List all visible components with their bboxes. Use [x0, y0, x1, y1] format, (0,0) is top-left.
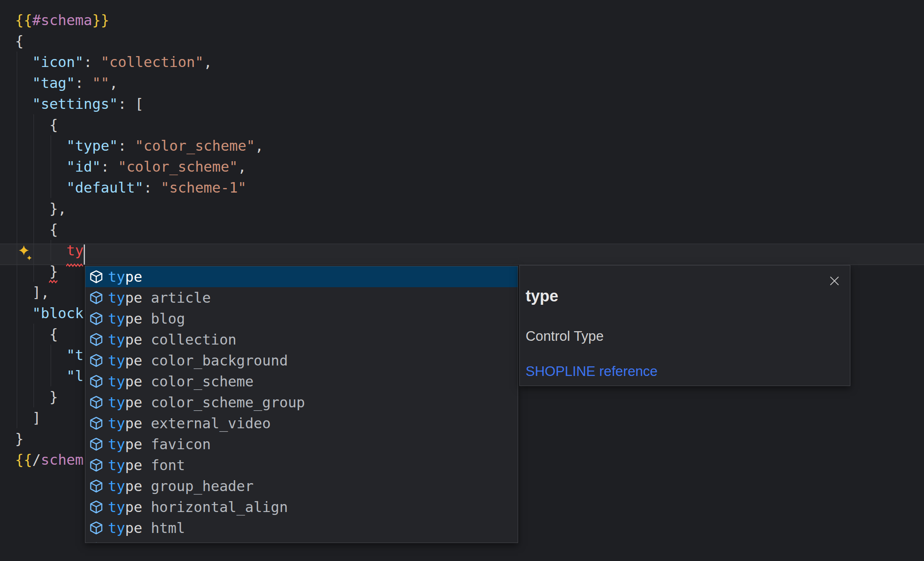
code-token: "collection" [101, 54, 204, 70]
code-line: { [15, 324, 58, 345]
suggestion-label: type image_picker [108, 538, 254, 543]
code-token: "id" [67, 158, 101, 175]
code-token: ty [67, 242, 84, 259]
details-title: type [526, 287, 558, 305]
close-icon[interactable] [829, 275, 840, 286]
code-token: ] [32, 409, 41, 426]
symbol-cube-icon [89, 332, 103, 347]
code-token: "settings" [32, 95, 118, 112]
code-line: "block [15, 303, 84, 324]
symbol-cube-icon [89, 416, 103, 430]
symbol-cube-icon [89, 542, 103, 543]
code-token: {{ [15, 451, 32, 468]
suggestion-label: type color_scheme [108, 371, 254, 392]
suggestion-item[interactable]: type color_scheme [85, 371, 518, 392]
symbol-cube-icon [89, 437, 103, 451]
code-token: "t [67, 347, 84, 363]
suggestion-label: type favicon [108, 434, 211, 455]
code-token: { [15, 33, 23, 49]
code-line: "default": "scheme-1" [15, 177, 246, 198]
code-line: ] [15, 407, 41, 428]
code-token: : [144, 179, 161, 196]
suggestion-label: type font [108, 455, 185, 476]
suggestion-item[interactable]: type image_picker [85, 538, 518, 543]
code-line: } [15, 428, 23, 449]
code-token: "color_scheme" [118, 158, 238, 175]
symbol-cube-icon [89, 311, 103, 326]
code-token: ], [32, 284, 49, 301]
code-line: "type": "color_scheme", [15, 135, 264, 156]
code-token: } [49, 389, 58, 405]
suggestion-item[interactable]: type article [85, 287, 518, 308]
code-token: , [238, 158, 246, 175]
code-token: "icon" [32, 54, 84, 70]
code-line: "id": "color_scheme", [15, 156, 246, 177]
code-token: : [ [118, 95, 144, 112]
suggestion-item[interactable]: type [85, 266, 518, 287]
editor-surface[interactable]: {{#schema}}{ "icon": "collection", "tag"… [0, 0, 924, 561]
code-line: }, [15, 198, 67, 219]
suggestion-label: type horizontal_align [108, 497, 288, 517]
ai-sparkle-icon[interactable] [18, 245, 33, 262]
suggestion-label: type external_video [108, 413, 271, 434]
suggestion-item[interactable]: type collection [85, 329, 518, 350]
code-token: , [109, 75, 118, 91]
suggest-details-panel: type Control Type SHOPLINE reference [519, 265, 850, 386]
suggestion-label: type color_background [108, 350, 288, 371]
code-token: { [49, 221, 58, 238]
details-description: Control Type [526, 328, 604, 344]
symbol-cube-icon [89, 353, 103, 368]
suggestion-item[interactable]: type color_scheme_group [85, 392, 518, 413]
symbol-cube-icon [89, 374, 103, 389]
symbol-cube-icon [89, 521, 103, 535]
code-token: , [255, 137, 263, 154]
suggestion-label: type article [108, 287, 211, 308]
symbol-cube-icon [89, 395, 103, 409]
suggestion-item[interactable]: type favicon [85, 434, 518, 455]
suggestion-label: type group_header [108, 476, 254, 497]
shopline-reference-link[interactable]: SHOPLINE reference [526, 363, 657, 379]
code-line: "icon": "collection", [15, 51, 212, 72]
code-line: "l [15, 365, 84, 386]
suggestion-label: type color_scheme_group [108, 392, 305, 413]
error-squiggle [66, 263, 85, 267]
suggestion-item[interactable]: type html [85, 517, 518, 538]
symbol-cube-icon [89, 291, 103, 305]
suggestion-item[interactable]: type color_background [85, 350, 518, 371]
code-token: / [32, 451, 41, 468]
code-token: : [75, 75, 92, 91]
code-token: "l [67, 368, 84, 384]
code-line: } [15, 261, 58, 282]
code-token: : [84, 54, 101, 70]
symbol-cube-icon [89, 500, 103, 514]
suggestion-item[interactable]: type font [85, 455, 518, 476]
code-line: "tag": "", [15, 72, 118, 93]
symbol-cube-icon [89, 479, 103, 493]
code-token: "tag" [32, 75, 75, 91]
code-token: { [49, 326, 58, 342]
code-token: }} [92, 12, 109, 28]
code-token: "scheme-1" [161, 179, 246, 196]
suggestion-item[interactable]: type horizontal_align [85, 497, 518, 517]
code-line: {{/schem [15, 449, 84, 470]
code-line: { [15, 219, 58, 240]
suggestion-item[interactable]: type external_video [85, 413, 518, 434]
code-token: "color_scheme" [135, 137, 255, 154]
code-token: , [203, 54, 212, 70]
suggestion-label: type [108, 266, 142, 287]
code-token: #schema [32, 12, 92, 28]
suggestion-label: type collection [108, 329, 236, 350]
code-token: "block [32, 305, 84, 322]
code-line: ], [15, 282, 49, 303]
code-token: "" [92, 75, 109, 91]
suggest-widget: typetype articletype blogtype collection… [85, 266, 518, 543]
suggestion-label: type html [108, 517, 185, 538]
suggestion-item[interactable]: type blog [85, 308, 518, 329]
code-token: "default" [67, 179, 144, 196]
code-line: {{#schema}} [15, 10, 109, 31]
code-line: { [15, 31, 23, 51]
symbol-cube-icon [89, 270, 103, 284]
code-token: }, [49, 200, 67, 217]
suggestion-item[interactable]: type group_header [85, 476, 518, 497]
code-token: } [49, 263, 58, 280]
